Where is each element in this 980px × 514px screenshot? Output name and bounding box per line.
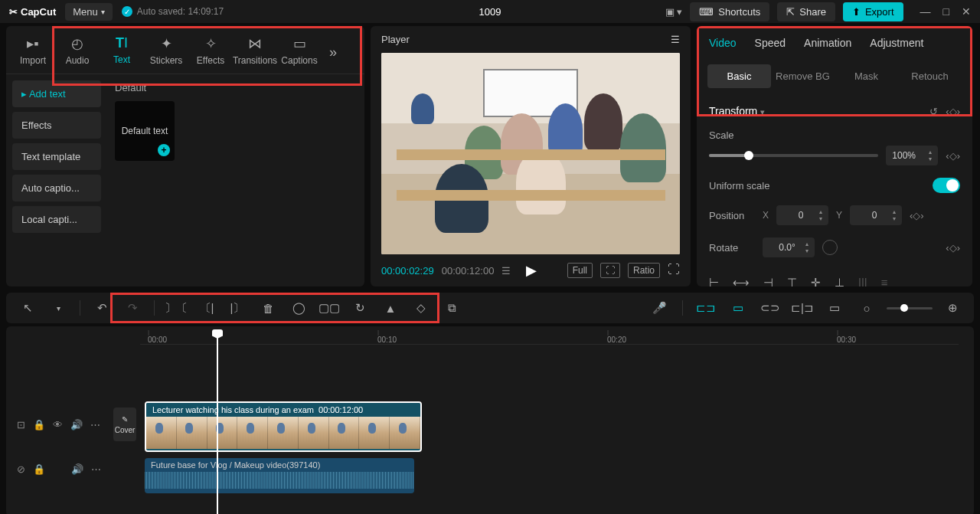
more-icon[interactable]: ⋯ (91, 463, 101, 475)
subtab-retouch[interactable]: Retouch (898, 64, 962, 88)
tab-effects[interactable]: ✧ Effects (188, 31, 233, 74)
sidebar-item-add-text[interactable]: ▸ Add text (12, 80, 101, 107)
keyframe-icon[interactable]: ‹◇› (910, 210, 924, 221)
timeline-ruler[interactable]: 00:00 00:10 00:20 00:30 (140, 326, 959, 345)
align-bottom-icon[interactable]: ⊥ (835, 276, 844, 286)
maximize-button[interactable]: □ (943, 5, 949, 18)
share-icon: ⇱ (786, 6, 795, 18)
add-icon[interactable]: + (158, 144, 170, 156)
scale-slider[interactable] (709, 154, 878, 157)
tab-video[interactable]: Video (709, 37, 737, 57)
delete-tool[interactable]: 🗑 (256, 296, 280, 320)
tab-captions[interactable]: ▭ Captions (277, 31, 322, 74)
minimize-button[interactable]: — (920, 5, 931, 18)
sidebar-item-auto-captions[interactable]: Auto captio... (12, 175, 101, 201)
tab-import[interactable]: ▸▪ Import (11, 31, 55, 74)
mirror-tool[interactable]: ▲ (378, 296, 403, 320)
redo-button[interactable]: ↷ (120, 296, 145, 320)
export-icon: ⬆ (852, 6, 861, 18)
close-button[interactable]: ✕ (962, 5, 971, 18)
more-icon[interactable]: ⋯ (90, 419, 100, 431)
audio-clip[interactable]: Future base for Vlog / Makeup video(3971… (145, 458, 414, 493)
track-settings-icon[interactable]: ⊡ (17, 419, 25, 431)
menu-button[interactable]: Menu ▾ (65, 3, 113, 21)
tab-animation[interactable]: Animation (804, 37, 851, 57)
video-clip[interactable]: Lecturer watching his class during an ex… (145, 401, 422, 452)
split-right-tool[interactable]: |〕 (225, 296, 250, 320)
playhead[interactable] (217, 331, 218, 514)
lock-icon[interactable]: 🔒 (33, 463, 45, 475)
share-button[interactable]: ⇱ Share (777, 2, 835, 21)
distribute-v-icon: ≡ (881, 276, 888, 286)
timeline-toolbar: ↖ ▾ ↶ ↷ 〕〔 〔| |〕 🗑 ◯ ▢▢ ↻ ▲ ◇ ⧉ 🎤 ⊏⊐ ▭ ⊂… (6, 293, 974, 323)
layout-icon[interactable]: ▣ ▾ (665, 6, 683, 18)
rotate-tool[interactable]: ◇ (409, 296, 433, 320)
player-menu-icon[interactable]: ☰ (671, 34, 680, 45)
more-tabs-button[interactable]: » (322, 31, 345, 74)
export-button[interactable]: ⬆ Export (843, 2, 903, 21)
pos-x-input[interactable]: 0▴▾ (776, 205, 828, 225)
ratio-button[interactable]: Ratio (628, 263, 660, 278)
reverse-tool[interactable]: ↻ (348, 296, 372, 320)
zoom-in-icon[interactable]: ⊕ (940, 296, 965, 320)
sidebar-item-local-captions[interactable]: Local capti... (12, 206, 101, 233)
tab-transitions[interactable]: ⋈ Transitions (233, 31, 277, 74)
zoom-slider[interactable] (887, 307, 933, 309)
split-tool[interactable]: 〕〔 (164, 296, 188, 320)
shortcuts-button[interactable]: ⌨ Shortcuts (690, 2, 769, 21)
uniform-scale-toggle[interactable] (933, 178, 960, 193)
rotate-dial[interactable] (822, 240, 838, 255)
properties-panel: Video Speed Animation Adjustment Basic R… (697, 26, 972, 286)
scale-input[interactable]: 100% ▴▾ (886, 146, 938, 165)
subtab-removebg[interactable]: Remove BG (771, 64, 835, 88)
subtab-mask[interactable]: Mask (835, 64, 898, 88)
lock-icon[interactable]: 🔒 (33, 419, 45, 431)
keyframe-icon[interactable]: ‹◇› (946, 150, 960, 162)
full-button[interactable]: Full (567, 263, 593, 278)
tab-speed[interactable]: Speed (755, 37, 786, 57)
eye-icon[interactable]: 👁 (53, 419, 63, 431)
player-preview[interactable] (381, 53, 680, 254)
align-center-h-icon[interactable]: ⟷ (733, 276, 750, 286)
select-dropdown[interactable]: ▾ (46, 296, 70, 320)
split-left-tool[interactable]: 〔| (194, 296, 219, 320)
track-settings-icon[interactable]: ⊘ (17, 463, 25, 475)
tab-adjustment[interactable]: Adjustment (870, 37, 923, 57)
sidebar-item-effects[interactable]: Effects (12, 112, 101, 139)
play-button[interactable]: ▶ (526, 262, 537, 279)
volume-icon[interactable]: 🔊 (70, 419, 83, 431)
zoom-out-icon[interactable]: ○ (854, 296, 879, 320)
preview-render-icon[interactable]: ▭ (822, 296, 847, 320)
undo-button[interactable]: ↶ (90, 296, 114, 320)
subtab-basic[interactable]: Basic (707, 64, 771, 88)
tab-audio[interactable]: ◴ Audio (55, 31, 100, 74)
preview-icon[interactable]: ⊏|⊐ (790, 296, 815, 320)
rotate-input[interactable]: 0.0°▴▾ (763, 237, 815, 257)
crop-tool[interactable]: ⧉ (439, 296, 464, 320)
align-top-icon[interactable]: ⊤ (787, 276, 797, 286)
list-icon[interactable]: ☰ (501, 265, 511, 277)
align-left-icon[interactable]: ⊢ (709, 276, 719, 286)
copy-tool[interactable]: ▢▢ (317, 296, 341, 320)
default-text-card[interactable]: Default text + (115, 101, 175, 161)
pos-y-input[interactable]: 0▴▾ (850, 205, 902, 225)
track-area[interactable]: Lecturer watching his class during an ex… (141, 345, 974, 489)
align-right-icon[interactable]: ⊣ (763, 276, 773, 286)
mic-icon[interactable]: 🎤 (647, 296, 671, 320)
align-center-v-icon[interactable]: ✛ (811, 276, 821, 286)
fullscreen-button[interactable]: ⛶ (668, 263, 680, 278)
keyframe-icon[interactable]: ‹◇› (946, 242, 960, 254)
keyframe-nav-icon[interactable]: ‹◇› (946, 106, 960, 117)
mark-tool[interactable]: ◯ (286, 296, 311, 320)
sidebar-item-template[interactable]: Text template (12, 143, 101, 170)
select-tool[interactable]: ↖ (15, 296, 40, 320)
reset-icon[interactable]: ↺ (929, 106, 938, 117)
link-icon[interactable]: ⊂⊃ (758, 296, 782, 320)
cover-button[interactable]: ✎ Cover (113, 408, 136, 441)
snap-icon[interactable]: ▭ (726, 296, 750, 320)
tab-text[interactable]: TI Text (100, 31, 144, 74)
volume-icon[interactable]: 🔊 (71, 463, 83, 475)
tab-stickers[interactable]: ✦ Stickers (144, 31, 188, 74)
scale-button[interactable]: ⛶ (600, 263, 620, 278)
magnet-icon[interactable]: ⊏⊐ (694, 296, 718, 320)
